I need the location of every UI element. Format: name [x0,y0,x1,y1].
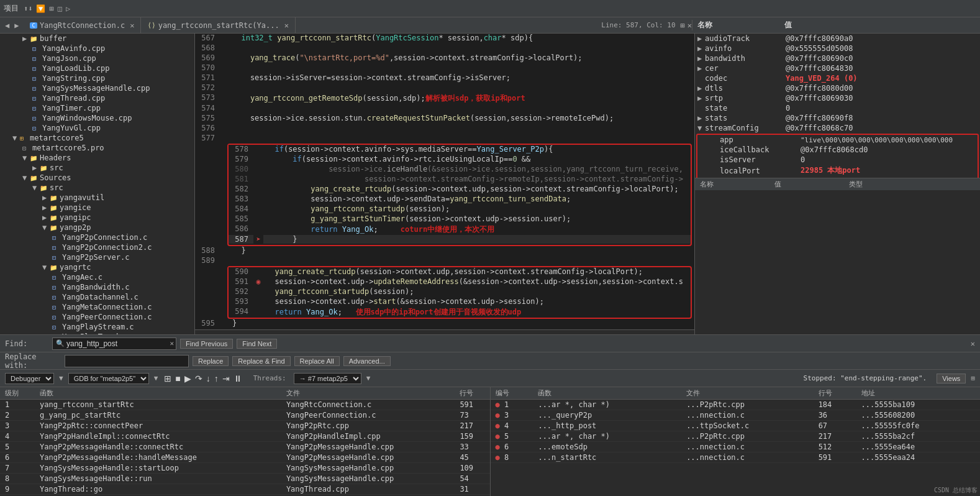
tab-active[interactable]: C YangRtcConnection.c ✕ [24,17,141,33]
tree-item-yangsysmsg[interactable]: ⊡ YangSysMessageHandle.cpp [0,83,194,93]
find-clear-icon[interactable]: ✕ [170,339,174,347]
grid-icon[interactable]: ⊞ [49,4,53,13]
stack-row[interactable]: 2g_yang_pc_startRtcYangPeerConnection.c7… [0,410,490,421]
tree-item-yangp2pconn2[interactable]: ⊡ YangP2pConnection2.c [0,242,194,252]
var-row-srtp[interactable]: ▶ srtp @0x7fffc8069030 [695,93,980,103]
stack-row[interactable]: 9YangThread::goYangThread.cpp31 [0,484,490,495]
bp-row[interactable]: ● 5...ar *, char *)...P2pRtc.cpp217...55… [491,431,981,442]
tree-item-yangavinfo[interactable]: ⊡ YangAvinfo.cpp [0,44,194,53]
tree-item-sources[interactable]: ▼ 📁 Sources [0,173,194,183]
tree-item-yangp2p[interactable]: ▼ 📁 yangp2p [0,223,194,232]
replace-all-button[interactable]: Replace All [294,356,340,366]
breakpoints-table: 编号 函数 文件 行号 地址 ● 1...ar *, char *)...P2p… [491,387,981,463]
stack-row[interactable]: 5YangP2pMessageHandle::connectRtcYangP2p… [0,442,490,452]
tree-item-yangbw[interactable]: ⊡ YangBandwidth.c [0,282,194,292]
tree-item-yangplay[interactable]: ⊡ YangPlayStream.c [0,322,194,332]
debug-stepout-icon[interactable]: ↑ [213,374,220,383]
sort-icon[interactable]: ⬆⬇ [24,4,32,13]
var-row-isserver[interactable]: ▶ isServer 0 [697,155,978,165]
stack-row[interactable]: 4YangP2pHandleImpl::connectRtcYangP2pHan… [0,431,490,442]
threads-select[interactable]: → #7 metap2p5 [294,373,361,384]
debug-runtoend-icon[interactable]: ⇥ [221,374,231,383]
advanced-button[interactable]: Advanced... [343,356,391,366]
debug-restart-icon[interactable]: ⊞ [163,374,173,383]
tree-item-yangdc[interactable]: ⊡ YangDatachannel.c [0,292,194,302]
tree-item-yangaec[interactable]: ⊡ YangAec.c [0,272,194,282]
tree-item-metapro[interactable]: ⊡ metartccore5.pro [0,143,194,153]
var-row-streamconfig[interactable]: ▼ streamConfig @0x7fffc8068c70 [695,123,980,133]
find-next-button[interactable]: Find Next [237,339,277,349]
replace-button[interactable]: Replace [193,356,229,366]
tab-nav-next[interactable]: ▶ [12,21,21,30]
tree-item-headers[interactable]: ▼ 📁 Headers [0,153,194,163]
close-tab-icon[interactable]: ✕ [687,21,692,30]
tree-item-yangyuvgl[interactable]: ⊡ YangYuvGl.cpp [0,123,194,133]
var-row-cer[interactable]: ▶ cer @0x7fffc8064830 [695,63,980,73]
debug-interrupt-icon[interactable]: ⏸ [232,374,243,383]
stack-row[interactable]: 1yang_rtcconn_startRtcYangRtcConnection.… [0,400,490,410]
tree-item-yangpeer[interactable]: ⊡ YangPeerConnection.c [0,312,194,322]
find-close-icon[interactable]: ✕ [971,339,975,348]
var-row-localport[interactable]: ▶ localPort 22985 本地port [697,165,978,177]
tree-item-yangice[interactable]: ▶ 📁 yangice [0,203,194,213]
debug-stop-icon[interactable]: ■ [174,374,181,383]
tree-item-yangrtc[interactable]: ▼ 📁 yangrtc [0,262,194,272]
tree-item-yangp2pserver[interactable]: ⊡ YangP2pServer.c [0,252,194,262]
bp-row[interactable]: ● 1...ar *, char *)...P2pRtc.cpp184...55… [491,400,981,410]
tree-item-yangp2pconn[interactable]: ⊡ YangP2pConnection.c [0,232,194,242]
breakpoint-icon[interactable]: ⊞ [681,21,685,30]
code-body[interactable]: 567 int32_t yang_rtcconn_startRtc(YangRt… [195,34,694,329]
tree-item-buffer[interactable]: ▶ 📁 buffer [0,34,194,44]
code-scrollbar[interactable] [195,329,694,334]
var-row-codec[interactable]: ▶ codec Yang_VED_264 (0) [695,73,980,83]
find-prev-button[interactable]: Find Previous [180,339,233,349]
split-icon[interactable]: ◫ [58,4,62,13]
var-row-avinfo[interactable]: ▶ avinfo @0x555555d05008 [695,44,980,53]
debug-stepin-icon[interactable]: ↓ [205,374,212,383]
tree-item-metartccore5[interactable]: ▼ ⊞ metartccore5 [0,133,194,143]
tab-function[interactable]: ⟨⟩ yang_rtcconn_startRtc(Ya... ✕ [141,17,296,33]
var-row-icecallback[interactable]: ▶ iceCallback @0x7fffc8068cd0 [697,145,978,155]
views-button[interactable]: Views [937,374,966,383]
tab-fn-close[interactable]: ✕ [284,21,289,30]
stack-row[interactable]: 6YangP2pMessageHandle::handleMessageYang… [0,452,490,463]
tree-item-yangjson[interactable]: ⊡ YangJson.cpp [0,53,194,63]
tree-item-src-headers[interactable]: ▶ 📁 src [0,163,194,173]
tree-item-yangwindows[interactable]: ⊡ YangWindowsMouse.cpp [0,113,194,123]
run-icon[interactable]: ▷ [66,4,70,13]
bp-row[interactable]: ● 6...emoteSdp...nnection.c512...5555ea6… [491,442,981,452]
var-row-audiotrack[interactable]: ▶ audioTrack @0x7fffc80690a0 [695,34,980,44]
bp-cell-addr: ...555608200 [856,410,980,421]
replace-find-button[interactable]: Replace & Find [232,356,290,366]
tree-item-yangloadlib[interactable]: ⊡ YangLoadLib.cpp [0,63,194,73]
var-row-app[interactable]: ▶ app "live\000\000\000\000\000\000\000\… [697,135,978,145]
gdb-select[interactable]: GDB for "metap2p5" [68,373,149,384]
tree-item-yangthread[interactable]: ⊡ YangThread.cpp [0,93,194,103]
bp-row[interactable]: ● 4..._http_post...ttpSocket.c67...55555… [491,421,981,431]
var-row-stats[interactable]: ▶ stats @0x7fffc80690f8 [695,113,980,123]
debugger-select[interactable]: Debugger [5,373,54,384]
var-row-dtls[interactable]: ▶ dtls @0x7fffc8080d00 [695,83,980,93]
find-input[interactable] [52,338,176,350]
tree-item-yangavutil[interactable]: ▶ 📁 yangavutil [0,193,194,203]
line-num-594: 594 [229,307,253,316]
debug-stepover-icon[interactable]: ↷ [194,374,204,383]
tree-arrow-buffer: ▶ [22,34,30,43]
tree-item-yangmeta[interactable]: ⊡ YangMetaConnection.c [0,302,194,312]
debug-continue-icon[interactable]: ▶ [183,374,193,383]
stack-row[interactable]: 7YangSysMessageHandle::startLoopYangSysM… [0,463,490,474]
tree-item-yangtimer[interactable]: ⊡ YangTimer.cpp [0,103,194,113]
var-row-bandwidth[interactable]: ▶ bandwidth @0x7fffc80690c0 [695,53,980,63]
replace-input[interactable] [65,355,189,367]
filter-icon[interactable]: 🔽 [36,4,45,13]
bp-row[interactable]: ● 8...n_startRtc...nnection.c591...5555e… [491,452,981,463]
tree-item-yangipc[interactable]: ▶ 📁 yangipc [0,213,194,223]
tab-close-icon[interactable]: ✕ [130,21,134,30]
tab-nav-prev[interactable]: ◀ [2,21,12,30]
bp-row[interactable]: ● 3..._queryP2p...nnection.c36...5556082… [491,410,981,421]
var-row-state[interactable]: ▶ state 0 [695,103,980,113]
tree-item-yangstring[interactable]: ⊡ YangString.cpp [0,73,194,83]
tree-item-src-sources[interactable]: ▼ 📁 src [0,183,194,193]
stack-row[interactable]: 3YangP2pRtc::connectPeerYangP2pRtc.cpp21… [0,421,490,431]
stack-row[interactable]: 8YangSysMessageHandle::runYangSysMessage… [0,474,490,484]
